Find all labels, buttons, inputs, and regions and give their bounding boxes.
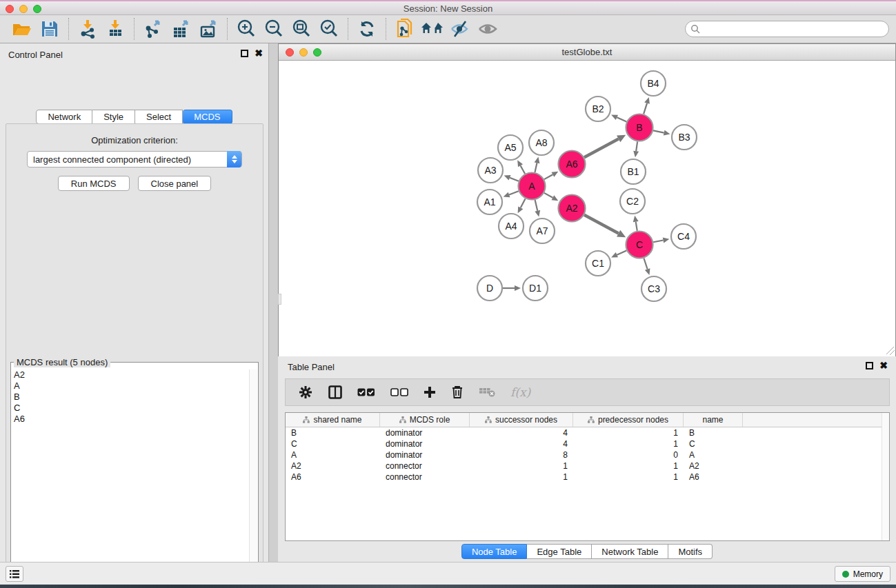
edge-A-A7[interactable] (535, 200, 538, 211)
node-table[interactable]: shared nameMCDS rolesuccessor nodesprede… (285, 412, 890, 541)
attribute-tree-icon (485, 416, 492, 423)
export-network-icon[interactable] (139, 17, 167, 41)
edge-A-A4[interactable] (521, 199, 526, 207)
network-zoom-button[interactable] (313, 48, 321, 57)
node-label-A: A (528, 181, 535, 192)
first-neighbors-icon[interactable] (419, 17, 446, 41)
column-header-MCDS-role[interactable]: MCDS role (380, 413, 470, 427)
edge-C-C3[interactable] (644, 258, 647, 269)
arrowhead-icon (535, 156, 540, 163)
tab-motifs[interactable]: Motifs (668, 544, 713, 559)
run-mcds-button[interactable]: Run MCDS (58, 176, 130, 191)
main-toolbar (0, 15, 896, 43)
column-header-label: successor nodes (495, 415, 557, 425)
table-row[interactable]: A6connector11A6 (286, 472, 889, 483)
edge-A-A6[interactable] (544, 174, 552, 179)
network-close-button[interactable] (286, 48, 294, 57)
result-scrollbar[interactable] (249, 369, 257, 588)
edge-C-C1[interactable] (617, 250, 626, 254)
table-row[interactable]: Cdominator41C (286, 438, 889, 449)
edge-A6-B[interactable] (584, 139, 619, 157)
deselect-all-icon[interactable] (390, 387, 408, 397)
edge-A-A1[interactable] (509, 191, 519, 194)
tab-node-table[interactable]: Node Table (461, 544, 528, 559)
memory-label: Memory (853, 569, 883, 579)
column-header-predecessor-nodes[interactable]: predecessor nodes (573, 413, 684, 427)
hide-selected-icon[interactable] (446, 17, 474, 41)
column-header-name[interactable]: name (684, 413, 743, 427)
gear-icon[interactable] (298, 385, 313, 400)
column-header-successor-nodes[interactable]: successor nodes (470, 413, 573, 427)
import-network-icon[interactable] (74, 17, 101, 41)
tab-edge-table[interactable]: Edge Table (527, 544, 592, 559)
select-all-icon[interactable] (357, 387, 375, 397)
zoom-selected-icon[interactable] (315, 17, 343, 41)
network-minimize-button[interactable] (299, 48, 308, 57)
edge-B-B4[interactable] (644, 103, 647, 114)
float-table-panel-icon[interactable] (866, 362, 873, 369)
refresh-icon[interactable] (353, 17, 381, 41)
edge-C-C2[interactable] (636, 222, 637, 231)
tab-mcds[interactable]: MCDS (183, 110, 232, 124)
close-table-panel-icon[interactable]: ✖ (879, 362, 888, 369)
columns-icon[interactable] (328, 385, 342, 399)
splitter-grip[interactable] (278, 294, 281, 305)
import-table-icon[interactable] (101, 17, 129, 41)
edge-B-B2[interactable] (617, 117, 626, 121)
node-label-A5: A5 (504, 142, 516, 153)
network-canvas[interactable]: AA1A2A3A4A5A6A7A8BB1B2B3B4CC1C2C3C4DD1 (279, 61, 895, 356)
attribute-tree-icon (303, 416, 310, 423)
result-list-item[interactable]: A (14, 381, 249, 392)
tab-network[interactable]: Network (36, 110, 92, 124)
tab-network-table[interactable]: Network Table (592, 544, 668, 559)
show-all-icon[interactable] (474, 17, 501, 41)
tab-style[interactable]: Style (92, 110, 135, 124)
new-network-icon[interactable] (391, 17, 419, 41)
arrowhead-icon (663, 238, 670, 243)
edge-A-A3[interactable] (510, 178, 519, 181)
result-list-item[interactable]: A2 (14, 369, 249, 381)
search-input[interactable] (703, 22, 888, 36)
tab-select[interactable]: Select (135, 110, 183, 124)
result-list-item[interactable]: A6 (14, 414, 249, 425)
network-window-title: testGlobe.txt (279, 44, 895, 57)
close-panel-button[interactable]: Close panel (138, 176, 212, 191)
close-panel-icon[interactable]: ✖ (255, 50, 263, 57)
delete-table-icon[interactable] (479, 387, 495, 398)
result-list-item[interactable]: B (14, 392, 249, 403)
table-cell: 4 (470, 428, 573, 438)
edge-A-A5[interactable] (521, 165, 526, 174)
export-image-icon[interactable] (195, 17, 222, 41)
task-history-button[interactable] (6, 566, 23, 582)
edge-C-C4[interactable] (653, 241, 663, 243)
table-row[interactable]: Adominator80A (286, 449, 889, 460)
column-header-filler (743, 413, 889, 427)
add-column-icon[interactable] (424, 386, 436, 398)
optimization-criterion-dropdown[interactable]: largest connected component (directed) (27, 151, 242, 168)
float-panel-icon[interactable] (241, 50, 248, 57)
mcds-result-list[interactable]: A2ABCA6 (12, 369, 249, 588)
zoom-in-icon[interactable] (232, 17, 260, 41)
export-table-icon[interactable] (167, 17, 195, 41)
result-list-item[interactable]: C (14, 403, 249, 414)
edge-B-B1[interactable] (636, 141, 637, 151)
zoom-fit-icon[interactable] (288, 17, 315, 41)
table-row[interactable]: A2connector11A2 (286, 460, 889, 472)
table-scrollbar[interactable] (882, 413, 889, 540)
memory-button[interactable]: Memory (835, 566, 890, 582)
column-header-shared-name[interactable]: shared name (286, 413, 380, 427)
open-file-icon[interactable] (8, 17, 36, 41)
function-builder-icon[interactable]: f(x) (510, 385, 530, 399)
edge-B-B3[interactable] (653, 130, 664, 132)
zoom-out-icon[interactable] (260, 17, 288, 41)
delete-column-icon[interactable] (451, 385, 464, 399)
edge-A-A2[interactable] (544, 193, 552, 198)
edge-A-A8[interactable] (535, 163, 537, 172)
table-row[interactable]: Bdominator41B (286, 427, 889, 438)
node-label-C4: C4 (677, 231, 690, 242)
edge-A2-C[interactable] (584, 215, 619, 234)
search-field[interactable] (685, 21, 889, 37)
resize-grip-icon[interactable] (886, 347, 895, 355)
node-label-A2: A2 (566, 203, 577, 214)
save-session-icon[interactable] (36, 17, 63, 41)
